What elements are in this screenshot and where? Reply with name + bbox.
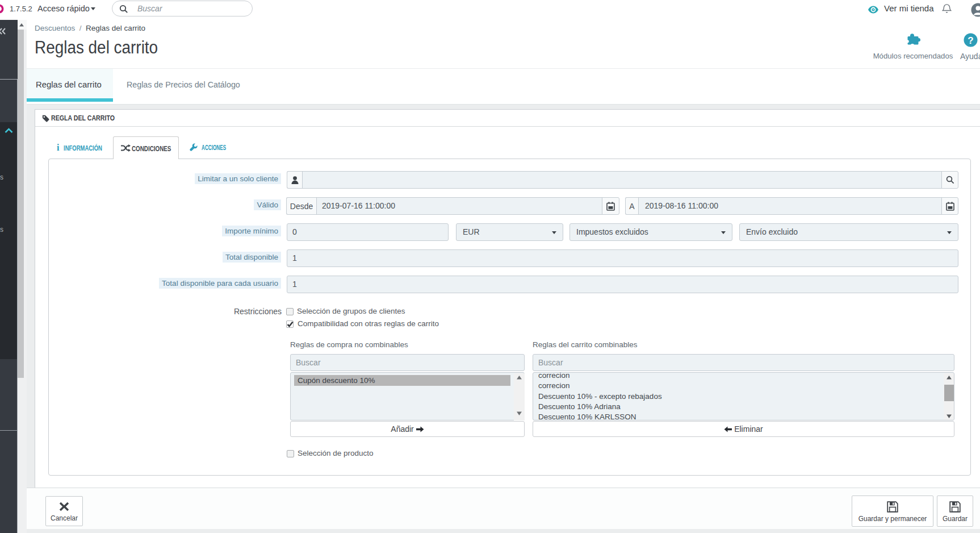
svg-text:?: ? [968,35,973,46]
